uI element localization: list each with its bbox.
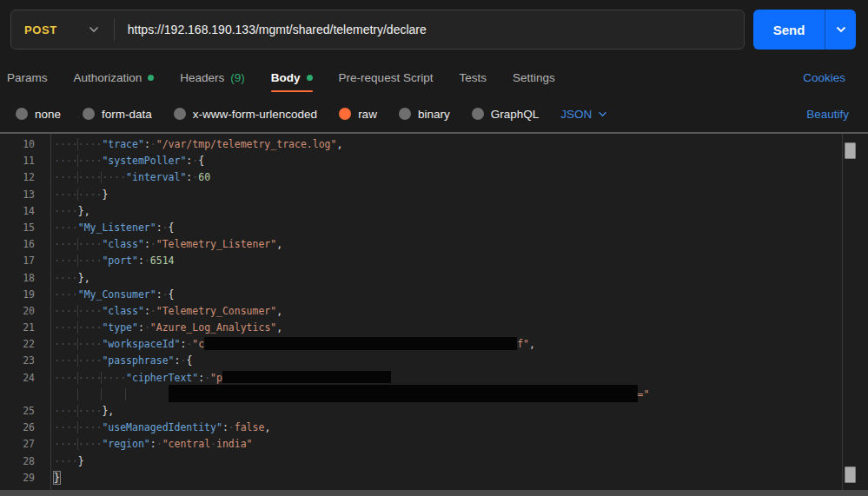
request-bar: POST https://192.168.190.133/mgmt/shared…	[0, 0, 868, 59]
tab-label: Headers	[180, 71, 224, 84]
body-mode-x-www-form-urlencoded[interactable]: x-www-form-urlencoded	[174, 108, 317, 121]
scrollbar-thumb[interactable]	[845, 466, 856, 483]
code-line[interactable]: 22········"workspaceId":·"cf",	[0, 336, 868, 353]
code-line-content: ········"class":·"Telemetry_Consumer",	[35, 303, 282, 320]
body-mode-graphql[interactable]: GraphQL	[472, 108, 540, 121]
tab-label: Pre-request Script	[339, 71, 434, 84]
request-tabs: ParamsAuthorizationHeaders(9)BodyPre-req…	[0, 59, 868, 96]
line-number: 27	[0, 436, 35, 453]
tab-headers[interactable]: Headers(9)	[180, 59, 245, 96]
code-line[interactable]: 28····}	[0, 453, 868, 470]
code-line-content: ····"My_Listener":·{	[35, 220, 175, 236]
line-number: 10	[0, 136, 35, 153]
chevron-down-icon	[598, 111, 607, 117]
tab-label: Settings	[513, 71, 555, 84]
body-mode-raw[interactable]: raw	[339, 108, 377, 121]
code-line-content: ········"trace":·"/var/tmp/telemetry_tra…	[35, 136, 342, 153]
body-mode-none[interactable]: none	[16, 108, 61, 121]
tab-label: Tests	[459, 71, 487, 84]
code-line[interactable]: 15····"My_Listener":·{	[0, 220, 868, 236]
tab-settings[interactable]: Settings	[513, 59, 555, 96]
line-number: 23	[0, 353, 35, 369]
code-line[interactable]: 14····},	[0, 203, 868, 220]
body-mode-binary[interactable]: binary	[399, 108, 450, 121]
radio-icon	[16, 108, 28, 120]
line-number: 25	[0, 403, 35, 420]
code-line[interactable]: 18····},	[0, 270, 868, 287]
body-mode-label: raw	[358, 108, 377, 121]
code-line-content: ········}	[35, 187, 108, 203]
indent-guide	[50, 134, 51, 490]
body-mode-label: x-www-form-urlencoded	[193, 108, 317, 121]
tab-body[interactable]: Body	[271, 59, 313, 96]
url-input[interactable]: https://192.168.190.133/mgmt/shared/tele…	[115, 23, 427, 36]
code-line[interactable]: 25········},	[0, 403, 868, 420]
scrollbar-thumb[interactable]	[845, 142, 856, 159]
scrollbar-track[interactable]	[842, 134, 843, 490]
body-editor[interactable]: 10········"trace":·"/var/tmp/telemetry_t…	[0, 132, 868, 490]
code-line-content: ············"cipherText":·"p	[35, 370, 391, 387]
tab-label: Params	[7, 71, 48, 84]
code-line[interactable]: 29}	[0, 470, 868, 486]
code-line-content: ="	[35, 387, 649, 403]
code-line[interactable]: 20········"class":·"Telemetry_Consumer",	[0, 303, 868, 320]
send-button[interactable]: Send	[753, 10, 856, 50]
line-number: 26	[0, 420, 35, 436]
redaction-bar	[169, 385, 638, 402]
tab-label: Body	[271, 71, 301, 84]
status-dot-icon	[148, 75, 154, 81]
code-line[interactable]: 27········"region":·"central·india"	[0, 436, 868, 453]
send-options-chevron-icon[interactable]	[825, 10, 856, 50]
line-number: 15	[0, 220, 35, 236]
radio-icon	[339, 108, 351, 120]
line-number: 29	[0, 470, 35, 486]
beautify-link[interactable]: Beautify	[806, 108, 849, 121]
code-line-content: ········"useManagedIdentity":·false,	[35, 420, 270, 436]
line-number: 12	[0, 169, 35, 186]
tab-pre-request-script[interactable]: Pre-request Script	[339, 59, 434, 96]
code-line[interactable]: 13········}	[0, 187, 868, 203]
line-number: 16	[0, 236, 35, 253]
code-line[interactable]: 10········"trace":·"/var/tmp/telemetry_t…	[0, 136, 868, 153]
radio-icon	[174, 108, 186, 120]
code-line[interactable]: 17········"port":·6514	[0, 253, 868, 269]
method-selector[interactable]: POST	[11, 23, 57, 36]
tab-authorization[interactable]: Authorization	[74, 59, 155, 96]
code-line-content: ········"class":·"Telemetry_Listener",	[35, 236, 282, 253]
code-line-content: ····}	[35, 453, 84, 470]
body-mode-label: form-data	[102, 108, 152, 121]
code-line[interactable]: 23········"passphrase":·{	[0, 353, 868, 369]
code-line-content: ········},	[35, 403, 114, 420]
redaction-bar	[222, 371, 391, 383]
cookies-link[interactable]: Cookies	[803, 71, 845, 84]
chevron-down-icon[interactable]	[89, 26, 99, 33]
line-number: 11	[0, 153, 35, 169]
line-number: 21	[0, 320, 35, 336]
code-line[interactable]: 11········"systemPoller":·{	[0, 153, 868, 169]
line-number: 17	[0, 253, 35, 269]
tab-params[interactable]: Params	[7, 59, 48, 96]
body-mode-form-data[interactable]: form-data	[83, 108, 152, 121]
code-line[interactable]: 19····"My_Consumer":·{	[0, 287, 868, 303]
line-number: 24	[0, 370, 35, 387]
code-line[interactable]: 21········"type":·"Azure_Log_Analytics",	[0, 320, 868, 336]
code-line[interactable]: 24············"cipherText":·"p	[0, 370, 868, 387]
send-button-label[interactable]: Send	[753, 10, 825, 50]
code-line-content: ············"interval":·60	[35, 169, 210, 186]
code-line[interactable]: 16········"class":·"Telemetry_Listener",	[0, 236, 868, 253]
line-number: 14	[0, 203, 35, 220]
format-dropdown[interactable]: JSON	[560, 108, 607, 121]
editor-lines: 10········"trace":·"/var/tmp/telemetry_t…	[0, 136, 868, 486]
body-mode-row: noneform-datax-www-form-urlencodedrawbin…	[0, 96, 868, 132]
line-number: 19	[0, 287, 35, 303]
code-line-content: ········"region":·"central·india"	[35, 436, 253, 453]
code-line-content: ········"type":·"Azure_Log_Analytics",	[35, 320, 282, 336]
code-line[interactable]: ="	[0, 387, 868, 403]
code-line[interactable]: 12············"interval":·60	[0, 169, 868, 186]
code-line-content: ········"passphrase":·{	[35, 353, 192, 369]
code-line[interactable]: 26········"useManagedIdentity":·false,	[0, 420, 868, 436]
bottom-divider	[0, 490, 868, 496]
code-line-content: ········"systemPoller":·{	[35, 153, 204, 169]
tab-tests[interactable]: Tests	[459, 59, 487, 96]
code-line-content: ········"port":·6514	[35, 253, 175, 269]
